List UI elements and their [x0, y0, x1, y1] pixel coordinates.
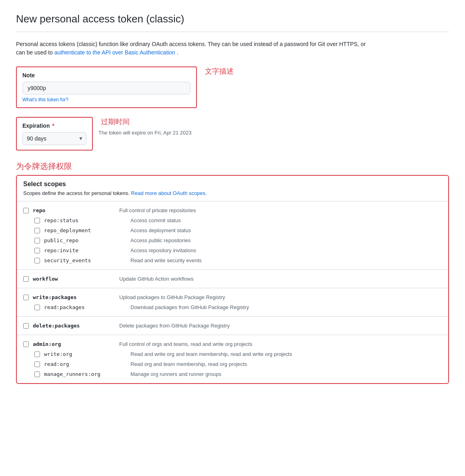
scope-checkbox-write-packages[interactable]: [23, 295, 29, 300]
scope-row-read-packages: read:packages Download packages from Git…: [23, 302, 442, 312]
expiration-note: The token will expire on Fri, Apr 21 202…: [98, 130, 192, 136]
scope-desc-write-packages: Upload packages to GitHub Package Regist…: [119, 294, 225, 300]
page-title: New personal access token (classic): [16, 13, 449, 25]
scopes-description: Scopes define the access for personal to…: [23, 190, 442, 196]
scope-desc-repo-deployment: Access deployment status: [130, 227, 191, 233]
scope-checkbox-repo-invite[interactable]: [34, 248, 40, 253]
scope-checkbox-repo[interactable]: [23, 208, 29, 213]
scope-row-security-events: security_events Read and write security …: [23, 255, 442, 265]
oauth-scopes-link[interactable]: Read more about OAuth scopes.: [131, 190, 207, 196]
scope-name-repo-invite: repo:invite: [44, 247, 124, 253]
scope-row-read-org: read:org Read org and team membership, r…: [23, 359, 442, 369]
scope-desc-read-org: Read org and team membership, read org p…: [130, 361, 247, 367]
scope-name-read-packages: read:packages: [44, 304, 124, 310]
page-description: Personal access tokens (classic) functio…: [16, 40, 376, 57]
scope-checkbox-repo-deployment[interactable]: [34, 228, 40, 233]
required-marker: *: [52, 123, 54, 129]
scope-checkbox-public-repo[interactable]: [34, 238, 40, 243]
scope-desc-repo-status: Access commit status: [130, 217, 181, 223]
note-box: Note What's this token for?: [16, 66, 197, 108]
scope-row-repo-deployment: repo_deployment Access deployment status: [23, 225, 442, 235]
scope-desc-repo: Full control of private repositories: [119, 207, 196, 213]
scope-checkbox-read-org[interactable]: [34, 362, 40, 367]
expiration-box: Expiration * 7 days 30 days 60 days 90 d…: [16, 117, 93, 151]
expiration-select[interactable]: 7 days 30 days 60 days 90 days Custom No…: [22, 132, 86, 145]
scope-group-workflow: workflow Update GitHub Action workflows: [17, 269, 448, 288]
scope-row-repo-status: repo:status Access commit status: [23, 215, 442, 225]
scopes-header: Select scopes Scopes define the access f…: [17, 176, 448, 201]
scope-row-write-packages: write:packages Upload packages to GitHub…: [23, 292, 442, 302]
scope-name-read-org: read:org: [44, 361, 124, 367]
scope-checkbox-workflow[interactable]: [23, 276, 29, 282]
scope-desc-workflow: Update GitHub Action workflows: [119, 276, 194, 282]
scope-desc-public-repo: Access public repositories: [130, 237, 190, 243]
scope-checkbox-write-org[interactable]: [34, 351, 40, 357]
scope-row-workflow: workflow Update GitHub Action workflows: [23, 274, 442, 284]
scope-row-manage-runners-org: manage_runners:org Manage org runners an…: [23, 369, 442, 379]
scope-name-repo: repo: [33, 207, 113, 213]
scope-group-repo: repo Full control of private repositorie…: [17, 201, 448, 269]
scope-row-public-repo: public_repo Access public repositories: [23, 235, 442, 245]
scope-checkbox-security-events[interactable]: [34, 258, 40, 263]
scope-checkbox-repo-status[interactable]: [34, 218, 40, 223]
scope-name-security-events: security_events: [44, 257, 124, 263]
scope-desc-admin-org: Full control of orgs and teams, read and…: [119, 341, 252, 347]
api-auth-link[interactable]: authenticate to the API over Basic Authe…: [54, 49, 175, 56]
scope-group-admin-org: admin:org Full control of orgs and teams…: [17, 335, 448, 383]
scope-desc-security-events: Read and write security events: [130, 257, 202, 263]
note-annotation: 文字描述: [205, 66, 234, 76]
scopes-annotation: 为令牌选择权限: [16, 161, 72, 172]
scope-name-repo-status: repo:status: [44, 217, 124, 223]
scope-name-write-packages: write:packages: [33, 294, 113, 300]
expiration-select-wrapper: 7 days 30 days 60 days 90 days Custom No…: [22, 132, 86, 145]
note-section: Note What's this token for? 文字描述: [16, 66, 449, 110]
scope-checkbox-read-packages[interactable]: [34, 305, 40, 310]
note-input[interactable]: [22, 82, 190, 94]
expiration-label: Expiration *: [22, 123, 86, 129]
scope-checkbox-manage-runners-org[interactable]: [34, 372, 40, 377]
scope-name-workflow: workflow: [33, 276, 113, 282]
scope-row-repo-invite: repo:invite Access repository invitation…: [23, 245, 442, 255]
scope-desc-write-org: Read and write org and team membership, …: [130, 351, 292, 357]
scope-name-public-repo: public_repo: [44, 237, 124, 243]
scope-row-delete-packages: delete:packages Delete packages from Git…: [23, 321, 442, 331]
scope-name-delete-packages: delete:packages: [33, 323, 113, 329]
scope-group-delete-packages: delete:packages Delete packages from Git…: [17, 316, 448, 335]
scope-desc-delete-packages: Delete packages from GitHub Package Regi…: [119, 323, 230, 329]
divider: [16, 32, 449, 32]
scopes-title: Select scopes: [23, 181, 442, 188]
note-label: Note: [22, 72, 190, 78]
note-helper[interactable]: What's this token for?: [22, 97, 190, 102]
scope-group-write-packages: write:packages Upload packages to GitHub…: [17, 288, 448, 316]
scope-row-repo: repo Full control of private repositorie…: [23, 205, 442, 215]
expiration-annotation: 过期时间: [101, 117, 192, 127]
scope-name-write-org: write:org: [44, 351, 124, 357]
scope-name-admin-org: admin:org: [33, 341, 113, 347]
scope-desc-manage-runners-org: Manage org runners and runner groups: [130, 371, 221, 377]
expiration-section: Expiration * 7 days 30 days 60 days 90 d…: [16, 117, 449, 153]
scope-row-admin-org: admin:org Full control of orgs and teams…: [23, 339, 442, 349]
scope-desc-repo-invite: Access repository invitations: [130, 247, 196, 253]
scope-row-write-org: write:org Read and write org and team me…: [23, 349, 442, 359]
scope-name-manage-runners-org: manage_runners:org: [44, 371, 124, 377]
scope-checkbox-admin-org[interactable]: [23, 341, 29, 347]
scopes-container: Select scopes Scopes define the access f…: [16, 175, 449, 384]
scope-checkbox-delete-packages[interactable]: [23, 323, 29, 329]
scope-name-repo-deployment: repo_deployment: [44, 227, 124, 233]
scope-desc-read-packages: Download packages from GitHub Package Re…: [130, 304, 249, 310]
